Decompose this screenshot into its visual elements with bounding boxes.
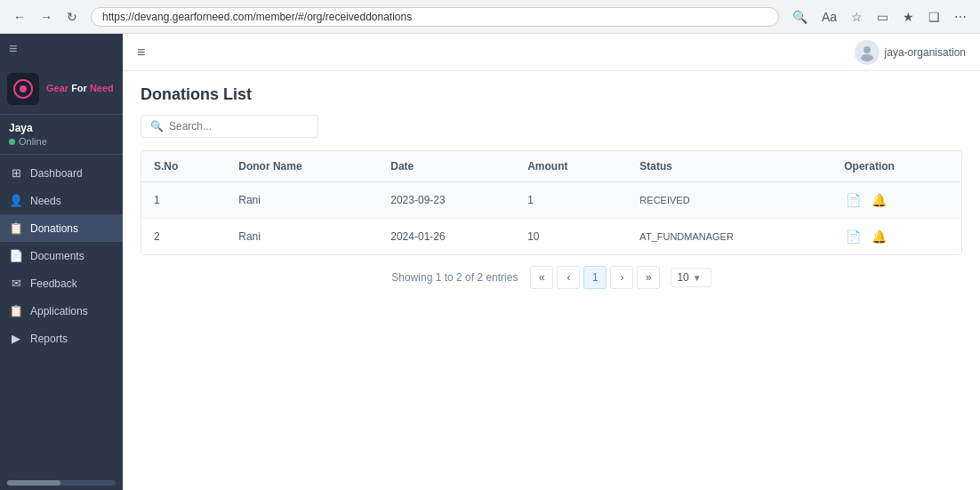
- col-donor-name: Donor Name: [226, 151, 378, 182]
- feedback-icon: ✉: [9, 277, 23, 290]
- sidebar-toggle[interactable]: ≡: [0, 34, 123, 64]
- cell-sno: 1: [141, 182, 226, 219]
- download-icon[interactable]: 🔔: [870, 191, 888, 209]
- browser-actions: 🔍 Aa ☆ ▭ ★ ❑ ⋯: [788, 7, 971, 27]
- user-status: Online: [9, 136, 114, 147]
- cell-date: 2024-01-26: [378, 219, 515, 255]
- user-section: Jaya Online: [0, 115, 123, 155]
- app-layout: ≡ Gear For Need Jaya Online ⊞ Dashboard: [0, 34, 980, 490]
- bookmark-icon[interactable]: ★: [898, 7, 919, 27]
- needs-label: Needs: [30, 195, 61, 207]
- topbar-hamburger[interactable]: ≡: [137, 44, 145, 60]
- donations-table: S.No Donor Name Date Amount Status Opera…: [141, 151, 961, 254]
- cell-date: 2023-09-23: [378, 182, 515, 219]
- cell-status: RECEIVED: [627, 182, 831, 219]
- pagination-row: Showing 1 to 2 of 2 entries « ‹ 1 › » 10…: [141, 255, 962, 294]
- avatar-name: jaya-organisation: [885, 46, 966, 59]
- reports-icon: ▶: [9, 332, 23, 345]
- page-last-btn[interactable]: »: [637, 266, 660, 289]
- page-content: Donations List 🔍 S.No Donor Name Date Am…: [123, 71, 980, 490]
- search-bar: 🔍: [141, 115, 318, 138]
- download-icon[interactable]: 🔔: [870, 228, 888, 245]
- cell-amount: 1: [515, 182, 627, 219]
- sidebar-username: Jaya: [9, 122, 114, 134]
- search-icon: 🔍: [150, 120, 164, 133]
- avatar-circle: [855, 40, 880, 65]
- sidebar-item-applications[interactable]: 📋 Applications: [0, 297, 123, 325]
- cell-status: AT_FUNDMANAGER: [627, 219, 831, 255]
- page-title: Donations List: [141, 85, 962, 104]
- table-header-row: S.No Donor Name Date Amount Status Opera…: [141, 151, 961, 182]
- search-input[interactable]: [169, 120, 309, 133]
- search-browser-icon[interactable]: 🔍: [788, 7, 812, 27]
- sidebar: ≡ Gear For Need Jaya Online ⊞ Dashboard: [0, 34, 123, 490]
- nav-forward[interactable]: →: [36, 7, 57, 27]
- donations-icon: 📋: [9, 221, 23, 235]
- col-amount: Amount: [515, 151, 627, 182]
- status-text: Online: [19, 136, 47, 147]
- logo-need: Need: [87, 83, 114, 93]
- feedback-label: Feedback: [30, 277, 77, 290]
- cell-amount: 10: [515, 219, 627, 255]
- extensions-icon[interactable]: ⋯: [950, 7, 971, 27]
- browser-nav: ← → ↻: [9, 7, 82, 27]
- col-operation: Operation: [831, 151, 961, 182]
- table-row: 1 Rani 2023-09-23 1 RECEIVED 📄 🔔: [141, 182, 961, 219]
- sidebar-item-needs[interactable]: 👤 Needs: [0, 187, 123, 214]
- dashboard-icon: ⊞: [9, 166, 23, 180]
- cell-donor-name: Rani: [226, 219, 378, 255]
- table-row: 2 Rani 2024-01-26 10 AT_FUNDMANAGER 📄 🔔: [141, 219, 961, 255]
- documents-icon: 📄: [9, 249, 23, 262]
- nav-refresh[interactable]: ↻: [62, 7, 82, 27]
- logo-for: For: [68, 83, 87, 93]
- logo-text: Gear For Need: [46, 83, 114, 94]
- address-text: https://devang.gearforneed.com/member/#/…: [102, 11, 412, 23]
- address-bar[interactable]: https://devang.gearforneed.com/member/#/…: [91, 7, 779, 27]
- needs-icon: 👤: [9, 194, 23, 207]
- nav-back[interactable]: ←: [9, 7, 30, 27]
- dashboard-label: Dashboard: [30, 167, 83, 180]
- logo-icon: [7, 73, 39, 105]
- svg-point-1: [20, 85, 27, 92]
- col-date: Date: [378, 151, 515, 182]
- sidebar-item-reports[interactable]: ▶ Reports: [0, 325, 123, 352]
- scrollbar-track: [7, 480, 116, 486]
- svg-point-2: [864, 46, 871, 53]
- reader-icon[interactable]: Aa: [817, 7, 841, 27]
- documents-label: Documents: [30, 250, 84, 262]
- sidebar-header: Gear For Need: [0, 64, 123, 115]
- col-status: Status: [627, 151, 831, 182]
- per-page-select[interactable]: 10 ▼: [671, 268, 711, 287]
- logo-gear: Gear: [46, 83, 68, 93]
- main-content: ≡ jaya-organisation Donations List 🔍: [123, 34, 980, 490]
- browser-chrome: ← → ↻ https://devang.gearforneed.com/mem…: [0, 0, 980, 34]
- page-next-btn[interactable]: ›: [610, 266, 633, 289]
- view-icon[interactable]: 📄: [844, 191, 863, 209]
- user-avatar[interactable]: jaya-organisation: [855, 40, 966, 65]
- donations-label: Donations: [30, 222, 78, 235]
- applications-icon: 📋: [9, 304, 23, 317]
- split-icon[interactable]: ▭: [872, 7, 893, 27]
- scrollbar-thumb[interactable]: [7, 480, 60, 486]
- cell-donor-name: Rani: [226, 182, 378, 219]
- page-1-btn[interactable]: 1: [583, 266, 606, 289]
- sidebar-item-donations[interactable]: 📋 Donations: [0, 214, 123, 242]
- collections-icon[interactable]: ❑: [924, 7, 944, 27]
- cell-sno: 2: [141, 219, 226, 255]
- sidebar-item-documents[interactable]: 📄 Documents: [0, 242, 123, 269]
- page-prev-btn[interactable]: ‹: [557, 266, 580, 289]
- sidebar-item-feedback[interactable]: ✉ Feedback: [0, 269, 123, 297]
- col-sno: S.No: [141, 151, 226, 182]
- view-icon[interactable]: 📄: [844, 228, 863, 245]
- page-first-btn[interactable]: «: [530, 266, 553, 289]
- nav-items: ⊞ Dashboard 👤 Needs 📋 Donations 📄 Docume…: [0, 155, 123, 476]
- donations-table-container: S.No Donor Name Date Amount Status Opera…: [141, 150, 962, 255]
- cell-operation: 📄 🔔: [831, 219, 961, 255]
- chevron-down-icon: ▼: [693, 273, 702, 283]
- status-dot: [9, 139, 15, 145]
- showing-text: Showing 1 to 2 of 2 entries: [391, 271, 518, 284]
- sidebar-item-dashboard[interactable]: ⊞ Dashboard: [0, 159, 123, 187]
- applications-label: Applications: [30, 305, 88, 317]
- top-bar: ≡ jaya-organisation: [123, 34, 980, 71]
- star-icon[interactable]: ☆: [847, 7, 867, 27]
